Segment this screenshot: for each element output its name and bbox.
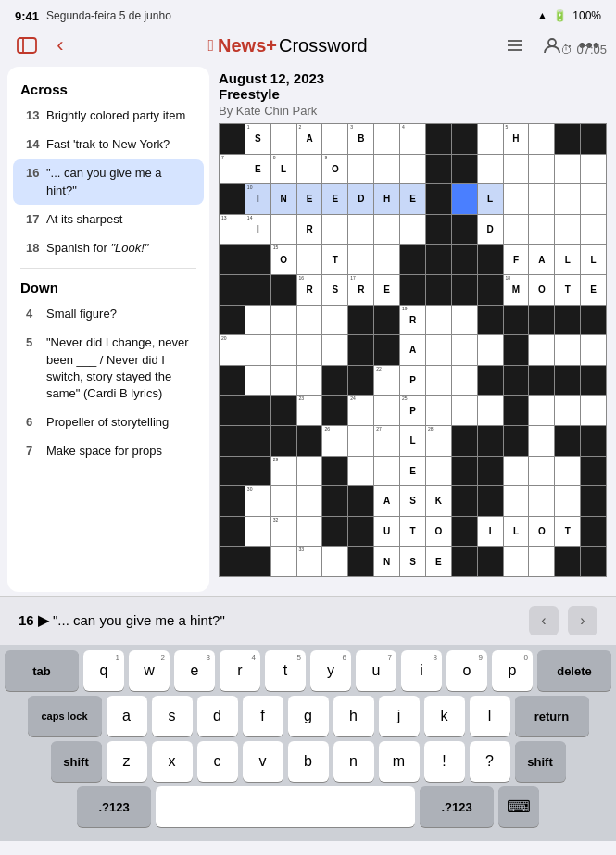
crossword-grid[interactable]: 1S2A3B45H7E8L9O10INEEDHEL1314IRD15OTFALL…: [219, 123, 607, 577]
grid-cell[interactable]: 27: [374, 426, 399, 456]
grid-cell[interactable]: [322, 124, 347, 154]
key-w[interactable]: 2w: [129, 650, 170, 691]
grid-cell[interactable]: [220, 275, 245, 305]
grid-cell[interactable]: E: [322, 184, 347, 214]
key-y[interactable]: 6y: [310, 650, 351, 691]
key-m[interactable]: m: [379, 741, 420, 782]
grid-cell[interactable]: [529, 335, 554, 365]
grid-cell[interactable]: [555, 547, 580, 576]
grid-cell[interactable]: A: [374, 486, 399, 516]
grid-cell[interactable]: [220, 547, 245, 576]
list-icon[interactable]: [503, 33, 527, 57]
key-s[interactable]: s: [152, 696, 193, 736]
grid-cell[interactable]: [452, 306, 477, 335]
key-l[interactable]: l: [470, 696, 510, 736]
key-t[interactable]: 5t: [265, 650, 306, 691]
grid-cell[interactable]: [348, 547, 373, 576]
grid-cell[interactable]: [581, 155, 606, 184]
key-q[interactable]: 1q: [83, 650, 124, 691]
grid-cell[interactable]: [245, 517, 270, 547]
grid-cell[interactable]: [555, 366, 580, 396]
grid-cell[interactable]: 32: [271, 517, 296, 547]
grid-cell[interactable]: [478, 124, 503, 154]
grid-cell[interactable]: [478, 245, 503, 274]
grid-cell[interactable]: [220, 426, 245, 456]
grid-cell[interactable]: [452, 215, 477, 245]
key-a[interactable]: a: [107, 696, 147, 736]
grid-cell[interactable]: [555, 124, 580, 154]
grid-cell[interactable]: [220, 306, 245, 335]
grid-cell[interactable]: [452, 486, 477, 516]
sidebar-toggle-button[interactable]: [15, 33, 39, 57]
grid-cell[interactable]: T: [322, 245, 347, 274]
grid-cell[interactable]: [478, 366, 503, 396]
grid-cell[interactable]: [529, 547, 554, 576]
grid-cell[interactable]: 26: [322, 426, 347, 456]
grid-cell[interactable]: [348, 426, 373, 456]
grid-cell[interactable]: [504, 184, 529, 214]
grid-cell[interactable]: [271, 547, 296, 576]
grid-cell[interactable]: 30: [245, 486, 270, 516]
grid-cell[interactable]: [452, 366, 477, 396]
clue-down-6[interactable]: 6 Propeller of storytelling: [13, 409, 204, 436]
grid-cell[interactable]: 15O: [271, 245, 296, 274]
grid-cell[interactable]: O: [426, 517, 451, 547]
grid-cell[interactable]: [452, 396, 477, 425]
grid-cell[interactable]: P: [400, 366, 425, 396]
grid-cell[interactable]: [581, 547, 606, 576]
grid-cell[interactable]: [220, 366, 245, 396]
grid-cell[interactable]: A: [400, 335, 425, 365]
grid-cell[interactable]: [529, 124, 554, 154]
grid-cell[interactable]: 33: [297, 547, 322, 576]
grid-cell[interactable]: 1S: [245, 124, 270, 154]
grid-cell[interactable]: [245, 306, 270, 335]
grid-cell[interactable]: [271, 306, 296, 335]
grid-cell[interactable]: 24: [348, 396, 373, 425]
grid-cell[interactable]: [426, 457, 451, 486]
grid-cell[interactable]: 10I: [245, 184, 270, 214]
grid-cell[interactable]: [426, 245, 451, 274]
grid-cell[interactable]: [529, 155, 554, 184]
grid-cell[interactable]: 22: [374, 366, 399, 396]
grid-cell[interactable]: [452, 245, 477, 274]
grid-cell[interactable]: [426, 366, 451, 396]
grid-cell[interactable]: [426, 275, 451, 305]
clue-across-18[interactable]: 18 Spanish for "Look!": [13, 234, 204, 262]
grid-cell[interactable]: [581, 124, 606, 154]
grid-cell[interactable]: [452, 517, 477, 547]
grid-cell[interactable]: [452, 426, 477, 456]
grid-cell[interactable]: [426, 306, 451, 335]
grid-cell[interactable]: [348, 306, 373, 335]
grid-cell[interactable]: L: [504, 517, 529, 547]
grid-cell[interactable]: [374, 155, 399, 184]
key-f[interactable]: f: [243, 696, 283, 736]
grid-cell[interactable]: D: [348, 184, 373, 214]
grid-cell[interactable]: [322, 335, 347, 365]
grid-cell[interactable]: [555, 457, 580, 486]
key-r[interactable]: 4r: [220, 650, 260, 691]
grid-cell[interactable]: L: [400, 426, 425, 456]
grid-cell[interactable]: [297, 245, 322, 274]
grid-cell[interactable]: [271, 486, 296, 516]
grid-cell[interactable]: 3B: [348, 124, 373, 154]
grid-cell[interactable]: [555, 486, 580, 516]
grid-cell[interactable]: [555, 215, 580, 245]
grid-cell[interactable]: [348, 155, 373, 184]
grid-cell[interactable]: [504, 426, 529, 456]
grid-cell[interactable]: [529, 396, 554, 425]
key-b[interactable]: b: [288, 741, 329, 782]
grid-cell[interactable]: L: [478, 184, 503, 214]
grid-cell[interactable]: E: [245, 155, 270, 184]
grid-cell[interactable]: [348, 245, 373, 274]
grid-cell[interactable]: L: [555, 245, 580, 274]
grid-cell[interactable]: [245, 335, 270, 365]
grid-cell[interactable]: N: [271, 184, 296, 214]
grid-cell[interactable]: [426, 155, 451, 184]
key-h[interactable]: h: [333, 696, 374, 736]
grid-cell[interactable]: [581, 366, 606, 396]
grid-cell[interactable]: [478, 457, 503, 486]
key-k[interactable]: k: [424, 696, 465, 736]
grid-cell[interactable]: [426, 396, 451, 425]
grid-cell[interactable]: [529, 184, 554, 214]
capslock-key[interactable]: caps lock: [28, 696, 102, 736]
